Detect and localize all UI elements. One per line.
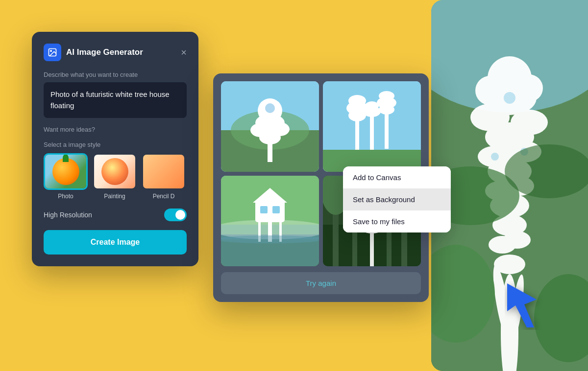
svg-rect-54	[370, 112, 374, 150]
style-item-photo[interactable]: Photo	[44, 153, 88, 200]
style-name-painting: Painting	[104, 193, 125, 200]
context-menu: Add to Canvas Set as Background Save to …	[343, 166, 451, 232]
svg-rect-47	[355, 116, 359, 150]
panel-icon	[44, 44, 61, 61]
svg-point-31	[50, 50, 52, 52]
style-label: Select a image style	[44, 141, 187, 148]
svg-rect-59	[255, 200, 285, 222]
toggle-knob	[175, 210, 185, 220]
context-menu-set-as-background[interactable]: Set as Background	[343, 188, 451, 210]
svg-marker-29	[507, 283, 537, 327]
svg-point-20	[475, 76, 505, 105]
context-menu-add-to-canvas[interactable]: Add to Canvas	[343, 166, 451, 188]
svg-point-21	[515, 74, 543, 102]
panel-title-group: AI Image Generator	[44, 44, 143, 61]
style-item-pencil[interactable]: Pencil D	[142, 153, 186, 200]
pencil-thumb	[142, 153, 186, 190]
resolution-label: High Resolution	[44, 211, 92, 219]
style-name-pencil: Pencil D	[153, 193, 175, 200]
svg-rect-51	[385, 110, 389, 149]
result-image-3[interactable]	[221, 176, 319, 266]
panel-header: AI Image Generator ×	[44, 44, 187, 61]
photo-thumb	[44, 153, 88, 190]
ai-panel: AI Image Generator × Describe what you w…	[32, 32, 198, 266]
style-selector: Photo Painting Pencil D	[44, 153, 187, 200]
svg-rect-64	[260, 206, 268, 213]
describe-label: Describe what you want to create	[44, 71, 187, 78]
svg-point-17	[503, 231, 531, 249]
resolution-toggle[interactable]	[164, 209, 187, 221]
result-image-1[interactable]	[221, 81, 319, 172]
cursor-arrow	[505, 281, 549, 332]
try-again-button[interactable]: Try again	[221, 272, 421, 294]
svg-point-41	[265, 103, 275, 113]
result-image-2[interactable]	[323, 81, 421, 172]
prompt-textarea[interactable]: Photo of a futuristic white tree house f…	[44, 82, 187, 118]
svg-rect-40	[268, 138, 272, 162]
svg-point-66	[221, 235, 319, 243]
svg-point-22	[504, 92, 515, 104]
resolution-row: High Resolution	[44, 209, 187, 221]
context-menu-save-to-files[interactable]: Save to my files	[343, 210, 451, 232]
style-item-painting[interactable]: Painting	[93, 153, 137, 200]
more-ideas-label: Want more ideas?	[44, 126, 187, 133]
close-button[interactable]: ×	[181, 47, 187, 57]
svg-rect-65	[272, 206, 280, 213]
painting-thumb	[93, 153, 137, 190]
create-button[interactable]: Create Image	[44, 230, 187, 255]
svg-point-18	[494, 255, 525, 274]
svg-point-23	[491, 153, 499, 161]
style-name-photo: Photo	[58, 193, 73, 200]
panel-title: AI Image Generator	[66, 47, 143, 57]
